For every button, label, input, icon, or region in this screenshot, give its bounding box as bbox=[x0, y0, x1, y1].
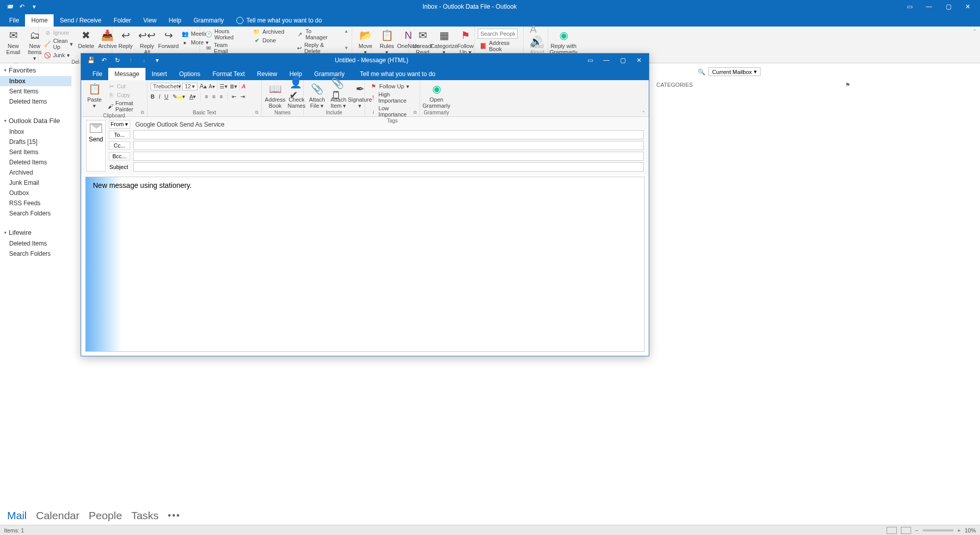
nav-more-icon[interactable]: ••• bbox=[168, 510, 181, 521]
qat-dropdown-icon[interactable]: ▾ bbox=[30, 2, 39, 11]
folder-deleted[interactable]: Deleted Items bbox=[0, 157, 71, 167]
folder-outbox[interactable]: Outbox bbox=[0, 188, 71, 198]
ribbon-collapse-icon[interactable]: ⌃ bbox=[973, 29, 977, 62]
ctab-file[interactable]: File bbox=[86, 68, 108, 80]
ctab-insert[interactable]: Insert bbox=[145, 68, 173, 80]
decrease-indent-icon[interactable]: ⇤ bbox=[232, 93, 236, 100]
categorize-button[interactable]: ▦Categorize▾ bbox=[434, 28, 454, 56]
shrink-font-icon[interactable]: A▾ bbox=[209, 84, 215, 89]
attach-file-button[interactable]: 📎Attach File ▾ bbox=[307, 81, 327, 110]
ctab-message[interactable]: Message bbox=[108, 68, 145, 80]
folder-deleted-fav[interactable]: Deleted Items bbox=[0, 96, 71, 107]
move-button[interactable]: 📂Move▾ bbox=[355, 28, 376, 56]
reply-button[interactable]: ↩Reply bbox=[115, 28, 136, 56]
clipboard-launcher-icon[interactable]: ⧉ bbox=[141, 110, 144, 115]
redo-icon[interactable]: ↻ bbox=[114, 57, 121, 64]
ctab-options[interactable]: Options bbox=[173, 68, 206, 80]
view-normal-icon[interactable] bbox=[887, 527, 897, 534]
paste-button[interactable]: 📋Paste▾ bbox=[84, 81, 105, 113]
attach-item-button[interactable]: 📎🗒Attach Item ▾ bbox=[328, 81, 349, 110]
close-icon[interactable]: ✕ bbox=[959, 1, 977, 12]
folder-sent-fav[interactable]: Sent Items bbox=[0, 86, 71, 96]
search-people-input[interactable] bbox=[478, 29, 518, 39]
maximize-icon[interactable]: ▢ bbox=[939, 1, 958, 12]
underline-button[interactable]: U bbox=[164, 93, 168, 100]
done-step[interactable]: ✔Done bbox=[251, 36, 286, 44]
cc-input[interactable] bbox=[133, 141, 644, 150]
tab-file[interactable]: File bbox=[3, 14, 25, 27]
quicksteps-down-icon[interactable]: ▼ bbox=[344, 45, 349, 51]
followup-button[interactable]: ⚑Follow Up ▾ bbox=[455, 28, 476, 56]
reply-all-button[interactable]: ↩↩Reply All bbox=[137, 28, 157, 56]
increase-indent-icon[interactable]: ⇥ bbox=[240, 93, 245, 100]
tab-home[interactable]: Home bbox=[25, 14, 54, 27]
delete-button[interactable]: ✖ Delete bbox=[76, 28, 96, 50]
search-mailbox-icon[interactable]: 🔍 bbox=[698, 68, 705, 76]
copy-button[interactable]: ⎘Copy bbox=[106, 91, 144, 99]
from-button[interactable]: From ▾ bbox=[109, 120, 130, 129]
address-book-button[interactable]: 📕Address Book bbox=[478, 39, 520, 53]
zoom-slider[interactable] bbox=[923, 529, 953, 531]
junk-button[interactable]: 🚫Junk ▾ bbox=[42, 51, 75, 59]
folder-rss[interactable]: RSS Feeds bbox=[0, 198, 71, 208]
lifewire-deleted[interactable]: Deleted Items bbox=[0, 238, 71, 249]
open-grammarly-button[interactable]: ◉Open Grammarly bbox=[423, 81, 450, 110]
font-color-button[interactable]: A▾ bbox=[189, 93, 196, 100]
folder-archived[interactable]: Archived bbox=[0, 167, 71, 178]
tab-folder[interactable]: Folder bbox=[108, 14, 137, 27]
folder-inbox[interactable]: Inbox bbox=[0, 127, 71, 137]
nav-people[interactable]: People bbox=[89, 509, 122, 522]
compose-minimize-icon[interactable]: — bbox=[599, 55, 614, 66]
cc-button[interactable]: Cc... bbox=[109, 141, 130, 150]
forward-button[interactable]: ↪Forward bbox=[158, 28, 179, 56]
folder-sent[interactable]: Sent Items bbox=[0, 147, 71, 157]
tab-send-receive[interactable]: Send / Receive bbox=[54, 14, 107, 27]
new-email-button[interactable]: ✉ New Email bbox=[3, 28, 23, 62]
save-icon[interactable]: 💾 bbox=[87, 57, 94, 64]
folder-drafts[interactable]: Drafts [15] bbox=[0, 137, 71, 147]
bullets-icon[interactable]: ☰▾ bbox=[219, 83, 228, 90]
font-name-dropdown[interactable]: Trebuchet▾ bbox=[151, 83, 180, 90]
align-center-icon[interactable]: ≡ bbox=[212, 93, 215, 100]
nav-mail[interactable]: Mail bbox=[7, 509, 27, 522]
lifewire-search[interactable]: Search Folders bbox=[0, 249, 71, 259]
tab-help[interactable]: Help bbox=[163, 14, 188, 27]
ignore-button[interactable]: ⊘Ignore bbox=[42, 29, 75, 37]
grow-font-icon[interactable]: A▴ bbox=[200, 83, 207, 90]
cut-button[interactable]: ✂Cut bbox=[106, 82, 144, 90]
address-book-button[interactable]: 📖Address Book bbox=[265, 81, 285, 110]
highlight-button[interactable]: ✎▾ bbox=[173, 93, 185, 100]
reply-grammarly-button[interactable]: ◉Reply with Grammarly bbox=[551, 28, 576, 56]
to-button[interactable]: To... bbox=[109, 131, 130, 139]
numbering-icon[interactable]: ≣▾ bbox=[230, 83, 237, 90]
tab-grammarly[interactable]: Grammarly bbox=[187, 14, 230, 27]
compose ribblondisplay-icon[interactable]: ▭ bbox=[582, 55, 598, 66]
nav-calendar[interactable]: Calendar bbox=[36, 509, 80, 522]
to-manager-step[interactable]: ↗To Manager bbox=[295, 28, 336, 41]
font-size-dropdown[interactable]: 12▾ bbox=[182, 83, 198, 90]
archived-step[interactable]: 📁Archived bbox=[251, 28, 286, 36]
to-input[interactable] bbox=[133, 130, 644, 139]
outlook-data-header[interactable]: Outlook Data File bbox=[0, 114, 71, 127]
flag-column-icon[interactable]: ⚑ bbox=[845, 82, 850, 88]
bcc-input[interactable] bbox=[133, 152, 644, 161]
compose-close-icon[interactable]: ✕ bbox=[631, 55, 647, 66]
unread-button[interactable]: ✉Unread/ Read bbox=[412, 28, 433, 56]
minimize-icon[interactable]: — bbox=[920, 1, 938, 12]
message-body-editor[interactable]: New message using stationery. bbox=[85, 177, 645, 352]
basictext-launcher-icon[interactable]: ⧉ bbox=[255, 110, 258, 115]
lifewire-header[interactable]: Lifewire bbox=[0, 226, 71, 238]
compose-ribbon-collapse-icon[interactable]: ⌃ bbox=[642, 110, 646, 115]
folder-search[interactable]: Search Folders bbox=[0, 208, 71, 218]
high-importance-button[interactable]: !High Importance bbox=[368, 91, 416, 104]
zoom-in-icon[interactable]: + bbox=[958, 527, 961, 533]
hours-worked-step[interactable]: 🕑Hours Worked bbox=[203, 28, 243, 41]
low-importance-button[interactable]: ↓Low Importance bbox=[368, 105, 416, 118]
follow-up-button[interactable]: ⚑Follow Up ▾ bbox=[368, 82, 416, 90]
italic-button[interactable]: I bbox=[159, 93, 160, 100]
cleanup-button[interactable]: 🧹Clean Up ▾ bbox=[42, 37, 75, 51]
tab-view[interactable]: View bbox=[137, 14, 163, 27]
undo-icon[interactable]: ↶ bbox=[101, 57, 108, 64]
ctab-review[interactable]: Review bbox=[251, 68, 283, 80]
compose-tell-me[interactable]: Tell me what you want to do bbox=[351, 68, 442, 80]
